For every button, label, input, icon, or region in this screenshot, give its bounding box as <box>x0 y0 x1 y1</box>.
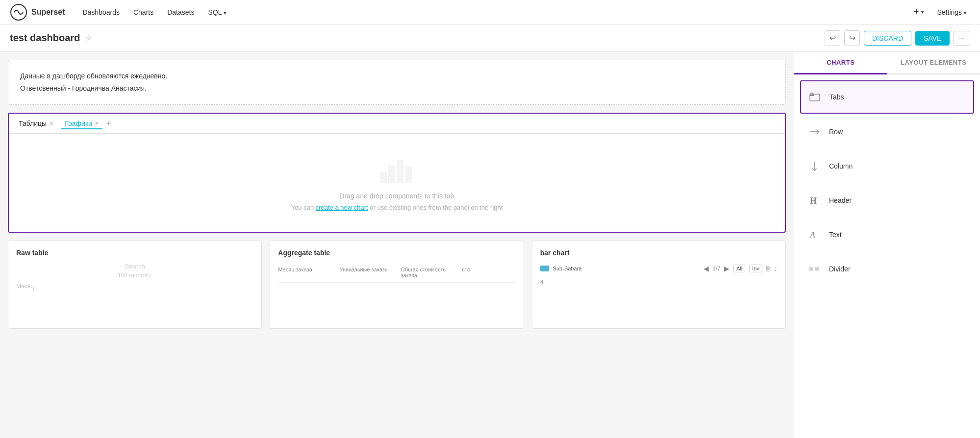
layout-item-divider[interactable]: Divider <box>800 253 974 285</box>
nav-sql[interactable]: SQL <box>202 5 232 19</box>
more-button[interactable]: ··· <box>954 31 970 46</box>
bar-copy-btn[interactable]: ⎘ <box>766 265 770 272</box>
tabs-icon <box>807 89 823 105</box>
row-svg-icon <box>808 126 820 138</box>
bar-all-btn[interactable]: All <box>733 265 745 272</box>
nav-charts[interactable]: Charts <box>127 5 159 19</box>
bar-next-btn[interactable]: ▶ <box>724 265 729 272</box>
tab-charts-close[interactable]: × <box>95 120 99 127</box>
raw-table-col: Месяц <box>16 283 253 290</box>
agg-col-0: Месяц заказа <box>278 267 331 278</box>
text-icon: A <box>806 227 822 243</box>
bottom-charts: Raw table Search 100 records+ Месяц Aggr… <box>8 241 786 329</box>
settings-button[interactable]: Settings ▾ <box>933 6 970 18</box>
layout-item-row-label: Row <box>829 128 843 136</box>
raw-table-title: Raw table <box>16 249 253 257</box>
layout-item-row[interactable]: Row <box>800 116 974 148</box>
bar-download-btn[interactable]: ↓ <box>774 265 778 272</box>
bar-value: 4 <box>540 278 778 286</box>
bar-inv-btn[interactable]: Inv <box>749 265 762 272</box>
header-actions: ↩ ↪ DISCARD SAVE ··· <box>825 30 970 46</box>
agg-col-1: Уникальные заказы <box>339 267 393 278</box>
settings-arrow: ▾ <box>964 10 966 16</box>
tabs-container: Таблицы × Графики × + <box>8 113 786 233</box>
dashboard-header: test dashboard ☆ ↩ ↪ DISCARD SAVE ··· <box>0 24 980 52</box>
save-button[interactable]: SAVE <box>915 31 950 46</box>
create-chart-link[interactable]: create a new chart <box>316 204 368 211</box>
raw-table-search: Search <box>16 263 253 270</box>
layout-item-column[interactable]: Column <box>800 150 974 182</box>
logo: Superset <box>10 3 65 21</box>
redo-button[interactable]: ↪ <box>844 30 860 46</box>
tabs-wrapper: 2 Таблицы × Графики × + <box>8 113 786 233</box>
add-button[interactable]: + ▾ <box>910 5 928 19</box>
panel-tabs: CHARTS LAYOUT ELEMENTS <box>794 52 980 74</box>
nav-datasets[interactable]: Datasets <box>161 5 200 19</box>
layout-item-header[interactable]: H Header <box>800 184 974 217</box>
divider-icon <box>806 261 822 277</box>
header-icon: H <box>806 193 822 208</box>
bar-sub-color <box>540 266 549 271</box>
svg-rect-4 <box>405 167 412 183</box>
agg-col-3: сто <box>462 267 516 278</box>
plus-icon: + <box>914 7 919 17</box>
svg-text:A: A <box>809 230 816 240</box>
aggregate-table-title: Aggregate table <box>278 249 515 257</box>
bar-nav-text: 1/7 <box>713 266 720 271</box>
svg-rect-3 <box>397 160 403 183</box>
tab-tables-label: Таблицы <box>19 120 47 127</box>
layout-item-text[interactable]: A Text <box>800 219 974 251</box>
undo-button[interactable]: ↩ <box>825 30 840 46</box>
logo-text: Superset <box>31 8 65 17</box>
settings-label: Settings <box>937 8 962 16</box>
column-icon <box>806 158 822 174</box>
layout-item-text-label: Text <box>829 231 842 239</box>
empty-chart-icon <box>377 155 417 184</box>
tab-charts-label: Графики <box>65 120 92 127</box>
tab-add-button[interactable]: + <box>106 119 112 129</box>
panel-tab-charts[interactable]: CHARTS <box>794 52 887 74</box>
layout-item-column-label: Column <box>829 162 853 170</box>
info-box: Данные в дашборде обновляются ежедневно.… <box>8 60 786 105</box>
tabs-header: Таблицы × Графики × + <box>9 114 785 134</box>
raw-table-card: Raw table Search 100 records+ Месяц <box>8 241 262 329</box>
logo-icon <box>10 3 27 21</box>
tab-tables-close[interactable]: × <box>50 120 53 127</box>
text-svg-icon: A <box>808 229 820 241</box>
column-svg-icon <box>808 160 820 172</box>
panel-tab-layout[interactable]: LAYOUT ELEMENTS <box>887 52 980 74</box>
layout-item-tabs-label: Tabs <box>829 93 844 101</box>
info-line1: Данные в дашборде обновляются ежедневно. <box>20 70 774 82</box>
header-svg-icon: H <box>808 195 820 206</box>
drag-suffix: or use existing ones from the panel on t… <box>368 204 503 211</box>
agg-table-header: Месяц заказа Уникальные заказы Общая сто… <box>278 263 515 283</box>
main-layout: Данные в дашборде обновляются ежедневно.… <box>0 52 980 438</box>
dashboard-content: Данные в дашборде обновляются ежедневно.… <box>0 52 794 438</box>
agg-col-2: Общая стоимость заказа <box>401 267 454 278</box>
bar-prev-btn[interactable]: ◀ <box>704 265 709 272</box>
tab-charts[interactable]: Графики × <box>61 118 102 129</box>
divider-svg-icon <box>808 263 820 275</box>
layout-item-tabs[interactable]: Tabs <box>800 80 974 114</box>
dashboard-title: test dashboard <box>10 32 80 44</box>
tabs-svg-icon <box>809 91 821 103</box>
panel-items: Tabs Row <box>794 74 980 438</box>
drag-sub-text: You can create a new chart or use existi… <box>291 204 503 211</box>
right-panel: CHARTS LAYOUT ELEMENTS Tabs <box>794 52 980 438</box>
info-line2: Ответсвенный - Городничва Анастасия. <box>20 82 774 95</box>
drag-prefix: You can <box>291 204 316 211</box>
bar-chart-card: bar chart Sub-Sahara ◀ 1/7 ▶ All Inv ⎘ ↓… <box>532 241 786 329</box>
tab-tables[interactable]: Таблицы × <box>15 118 57 129</box>
discard-button[interactable]: DISCARD <box>864 31 911 46</box>
nav-links: Dashboards Charts Datasets SQL <box>76 5 232 19</box>
row-icon <box>806 124 822 140</box>
bar-chart-title: bar chart <box>540 249 778 257</box>
nav-dashboards[interactable]: Dashboards <box>76 5 126 19</box>
bar-sub-label: Sub-Sahara <box>553 266 700 271</box>
layout-item-divider-label: Divider <box>829 265 851 273</box>
top-nav: Superset Dashboards Charts Datasets SQL … <box>0 0 980 24</box>
drag-drop-text: Drag and drop components to this tab <box>339 192 454 200</box>
bar-chart-controls: Sub-Sahara ◀ 1/7 ▶ All Inv ⎘ ↓ <box>540 263 778 274</box>
star-icon[interactable]: ☆ <box>85 33 92 43</box>
tab-content: Drag and drop components to this tab You… <box>9 134 785 232</box>
